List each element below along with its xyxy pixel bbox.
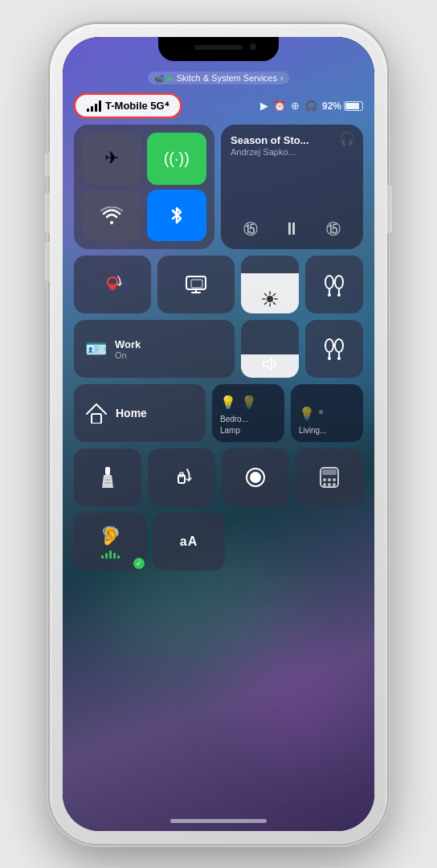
skip-back-button[interactable]: ⑮: [243, 219, 258, 239]
h-bar-4: [113, 553, 116, 559]
rotation-lock-button[interactable]: [148, 448, 215, 506]
control-center-screen: 📹 ▶ Skitch & System Services ›: [63, 37, 374, 831]
volume-icon: [262, 357, 278, 371]
svg-point-20: [335, 339, 343, 352]
row-tools: [74, 256, 363, 313]
wifi-button[interactable]: [82, 190, 142, 242]
calculator-button[interactable]: [296, 448, 363, 506]
media-player-panel: 🎧 Season of Sto... Andrzej Sapko... ⑮ ⏸ …: [221, 125, 363, 249]
living-lamp-icons: 💡 ●: [299, 406, 324, 421]
svg-point-40: [333, 483, 336, 486]
screen-mirror-icon: [185, 275, 207, 294]
home-app-button[interactable]: Home: [74, 384, 206, 442]
row-connectivity-media: ✈ ((·)): [74, 125, 363, 249]
focus-text: Work On: [115, 338, 141, 360]
skip-forward-button[interactable]: ⑮: [326, 219, 341, 239]
living-lamp-button[interactable]: 💡 ● Living...: [291, 384, 363, 442]
brightness-slider[interactable]: [241, 256, 299, 313]
silent-switch[interactable]: [45, 153, 50, 177]
status-bar: 📹 ▶ Skitch & System Services ›: [63, 66, 374, 90]
hearing-control-button[interactable]: 🦻 ✓: [74, 513, 146, 571]
svg-point-37: [333, 478, 336, 481]
rotation-lock-icon: [171, 467, 192, 488]
cellular-button[interactable]: ((·)): [147, 133, 207, 185]
signal-bar-3: [95, 104, 97, 112]
lamp-on-icon: 💡: [220, 395, 236, 410]
home-indicator[interactable]: [170, 819, 267, 823]
focus-mode-button[interactable]: 🪪 Work On: [74, 320, 235, 378]
focus-icon: 🪪: [85, 338, 107, 359]
alarm-icon: ⏰: [273, 100, 286, 112]
power-button[interactable]: [387, 185, 392, 233]
h-bar-2: [105, 553, 108, 559]
signal-row: T-Mobile 5G⁴ ▶ ⏰ ⊕ 🎧 92%: [74, 93, 363, 118]
svg-line-12: [265, 302, 267, 304]
carrier-label: T-Mobile 5G⁴: [105, 100, 169, 112]
bedroom-lamp-button[interactable]: 💡 💡 Bedro... Lamp: [212, 384, 284, 442]
control-center-grid: ✈ ((·)): [74, 125, 363, 571]
calculator-icon: [320, 467, 339, 488]
volume-up-button[interactable]: [45, 193, 50, 233]
airplane-icon: ✈: [104, 148, 119, 169]
navigation-icon: ▶: [260, 100, 268, 112]
svg-point-19: [325, 339, 333, 352]
camera-dot: [250, 43, 256, 50]
screen-lock-button[interactable]: [74, 256, 151, 313]
sound-mini-button[interactable]: [305, 320, 363, 378]
row-home: Home 💡 💡 Bedro... Lamp: [74, 384, 363, 442]
connectivity-panel: ✈ ((·)): [74, 125, 214, 249]
living-lamp-dot: ●: [318, 406, 324, 421]
control-center-content: T-Mobile 5G⁴ ▶ ⏰ ⊕ 🎧 92%: [74, 93, 363, 807]
bluetooth-button[interactable]: [147, 190, 207, 242]
airpods-indicator: 🎧: [339, 131, 355, 146]
svg-point-24: [337, 357, 341, 360]
chevron-right-icon: ›: [280, 74, 283, 83]
volume-down-button[interactable]: [45, 241, 50, 281]
headphone-icon: 🎧: [304, 100, 317, 112]
battery-icon: [344, 101, 363, 111]
screen-record-button[interactable]: [222, 448, 289, 506]
cellular-icon: ((·)): [164, 149, 190, 168]
status-right: ▶ ⏰ ⊕ 🎧 92%: [260, 100, 363, 112]
living-label: Living...: [299, 426, 326, 436]
h-bar-3: [109, 551, 112, 559]
flashlight-button[interactable]: [74, 448, 141, 506]
volume-slider[interactable]: [241, 320, 299, 378]
home-icon: [85, 403, 108, 424]
svg-point-13: [325, 276, 333, 289]
focus-subtitle: On: [115, 350, 141, 360]
media-artist: Andrzej Sapko...: [231, 147, 353, 157]
battery-fill: [345, 103, 359, 109]
sound-output-button[interactable]: [305, 256, 363, 313]
service-label: Skitch & System Services: [177, 73, 277, 83]
svg-rect-3: [191, 280, 202, 288]
svg-point-39: [328, 483, 331, 486]
home-label: Home: [116, 407, 147, 420]
hearing-check-badge: ✓: [133, 558, 145, 569]
svg-point-23: [328, 357, 331, 360]
phone-screen: 📹 ▶ Skitch & System Services ›: [63, 37, 374, 831]
media-title: Season of Sto...: [231, 134, 353, 147]
signal-bar-1: [87, 108, 89, 112]
airplane-mode-button[interactable]: ✈: [82, 133, 142, 185]
signal-badge[interactable]: T-Mobile 5G⁴: [74, 93, 182, 118]
bluetooth-icon: [170, 207, 183, 224]
screen-mirror-button[interactable]: [157, 256, 235, 313]
airpods-mini-icon: [321, 337, 348, 361]
brightness-icon: [262, 291, 278, 307]
svg-point-14: [335, 276, 343, 289]
svg-rect-34: [322, 469, 337, 475]
bedroom-lamp-icons: 💡 💡: [220, 395, 257, 410]
svg-line-10: [273, 302, 275, 304]
svg-rect-25: [92, 414, 101, 424]
text-size-button[interactable]: aA: [153, 513, 225, 571]
svg-point-4: [267, 296, 273, 302]
signal-bar-2: [91, 106, 93, 112]
play-pause-button[interactable]: ⏸: [283, 219, 300, 240]
signal-bar-4: [99, 100, 101, 112]
location-service-bar[interactable]: 📹 ▶ Skitch & System Services ›: [148, 72, 290, 84]
lamp-off-icon: 💡: [241, 395, 257, 410]
media-info: Season of Sto... Andrzej Sapko...: [231, 134, 353, 157]
battery-container: 92%: [322, 100, 363, 112]
text-size-label: aA: [180, 534, 198, 549]
